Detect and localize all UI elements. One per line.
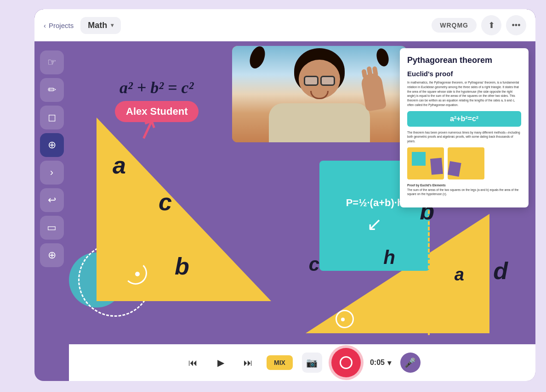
pointer-tool-button[interactable]: ☞ <box>40 50 64 74</box>
rewind-button[interactable]: ⏮ <box>184 353 202 372</box>
doc-image-2 <box>448 147 484 179</box>
camera-icon: 📷 <box>306 357 318 368</box>
undo-button[interactable]: ↩ <box>40 188 64 212</box>
teal-formula-text: P=½·(a+b)·h <box>346 197 404 209</box>
chevron-right-icon: › <box>50 167 53 179</box>
label-b-bottom: b <box>175 252 189 280</box>
target-tool-button[interactable]: ⊕ <box>40 133 64 157</box>
share-icon: ⬆ <box>488 20 495 30</box>
eraser-tool-button[interactable]: ◻ <box>40 106 64 129</box>
record-inner-icon <box>340 356 353 369</box>
mic-icon: 🎤 <box>404 357 416 368</box>
label-c-right: c <box>309 253 319 275</box>
document-images <box>407 147 521 179</box>
pen-tool-button[interactable]: ✏ <box>40 78 64 102</box>
more-icon: ••• <box>512 21 521 30</box>
play-icon: ▶ <box>217 357 224 368</box>
video-content <box>232 46 407 142</box>
document-body: In mathematics, the Pythagorean theorem,… <box>407 80 521 107</box>
timer-display: 0:05 ▾ <box>370 358 391 367</box>
document-subtitle: Euclid's proof <box>407 70 521 78</box>
mix-label: MIX <box>274 359 285 366</box>
undo-icon: ↩ <box>48 194 56 206</box>
pen-icon: ✏ <box>48 84 56 96</box>
label-d: d <box>493 257 508 285</box>
project-name: Math <box>88 21 107 30</box>
label-a-bottom: a <box>455 265 464 285</box>
document-proof-label: Proof by Euclid's Elements The sum of th… <box>407 183 521 196</box>
formula-text: a² + b² = c² <box>119 78 193 97</box>
shape-icon: ▭ <box>47 222 57 234</box>
svg-rect-4 <box>412 152 426 166</box>
back-button[interactable]: ‹ Projects <box>44 22 74 29</box>
document-formula: a²+b²=c² <box>407 111 521 127</box>
eraser-icon: ◻ <box>48 112 56 123</box>
bottom-bar: ⏮ ▶ ⏭ MIX 📷 0:05 ▾ 🎤 <box>69 344 535 381</box>
fast-forward-icon: ⏭ <box>244 358 253 368</box>
mix-button[interactable]: MIX <box>267 355 293 370</box>
pointer-icon: ☞ <box>47 56 57 68</box>
timer-chevron: ▾ <box>387 358 391 367</box>
fast-forward-button[interactable]: ⏭ <box>239 353 257 372</box>
timer-text: 0:05 <box>370 358 385 367</box>
label-c-hyp: c <box>159 188 172 216</box>
student-name-label: Alex Student <box>115 101 199 122</box>
zoom-icon: ⊕ <box>48 249 56 261</box>
svg-rect-3 <box>430 158 443 175</box>
svg-marker-5 <box>461 152 480 175</box>
math-formula-display: a² + b² = c² <box>119 78 193 97</box>
document-panel: Pythagorean theorem Euclid's proof In ma… <box>400 48 529 207</box>
projects-label: Projects <box>49 22 74 29</box>
angle-dot-right <box>341 318 345 321</box>
record-button[interactable] <box>331 348 361 377</box>
label-h: h <box>383 246 395 269</box>
left-toolbar: ☞ ✏ ◻ ⊕ › ↩ ▭ ⊕ <box>34 44 69 274</box>
play-button[interactable]: ▶ <box>211 353 230 372</box>
zoom-button[interactable]: ⊕ <box>40 243 64 267</box>
more-options-button[interactable]: ••• <box>506 15 526 35</box>
camera-button[interactable]: 📷 <box>302 353 322 373</box>
room-code-display: WRQMG <box>432 18 477 33</box>
main-canvas: ‹ Projects Math ▾ WRQMG ⬆ ••• ☞ ✏ ◻ ⊕ › <box>34 9 535 381</box>
canvas-area: a² + b² = c² ↗ <box>69 41 535 344</box>
angle-dot-left <box>135 272 140 276</box>
share-button[interactable]: ⬆ <box>481 15 501 35</box>
next-button[interactable]: › <box>40 161 64 185</box>
project-dropdown[interactable]: Math ▾ <box>80 17 121 34</box>
student-name-text: Alex Student <box>126 106 188 117</box>
target-icon: ⊕ <box>48 139 56 151</box>
chevron-down-icon: ▾ <box>111 22 114 28</box>
shape-tool-button[interactable]: ▭ <box>40 216 64 240</box>
angle-arc-right <box>336 310 354 328</box>
rewind-icon: ⏮ <box>188 358 198 368</box>
svg-rect-6 <box>448 161 461 177</box>
video-thumbnail <box>232 46 407 142</box>
back-arrow-icon: ‹ <box>44 22 46 29</box>
doc-image-1 <box>407 147 444 179</box>
document-title: Pythagorean theorem <box>407 56 521 65</box>
document-secondary-text: The theorem has been proven numerous tim… <box>407 130 521 144</box>
teal-arrow-icon: ↙ <box>367 213 382 235</box>
top-bar: ‹ Projects Math ▾ WRQMG ⬆ ••• <box>34 9 535 41</box>
label-a-left: a <box>113 151 126 179</box>
mic-button[interactable]: 🎤 <box>400 353 421 373</box>
